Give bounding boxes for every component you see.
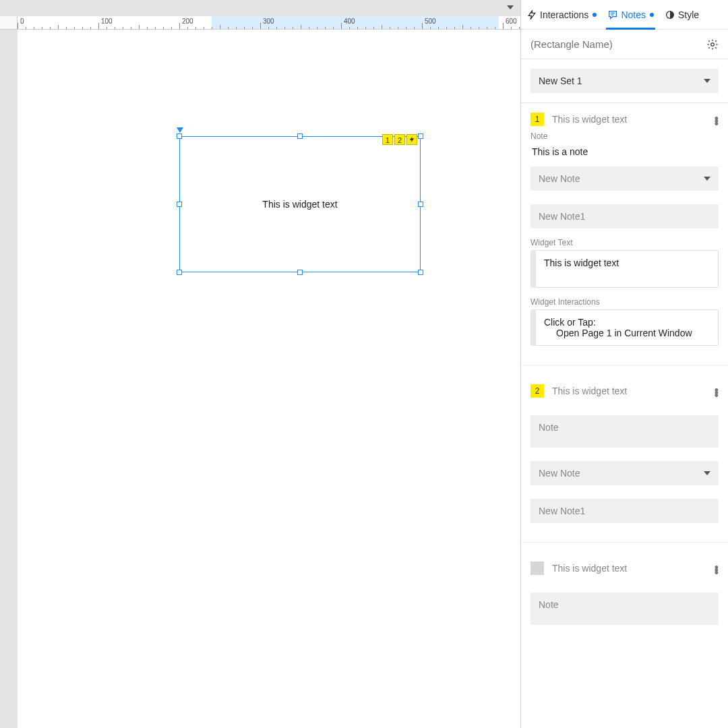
note-entry-more-button[interactable]: ••• <box>715 115 719 123</box>
resize-handle-nw[interactable] <box>177 133 182 139</box>
tab-indicator-dot <box>593 13 597 17</box>
note-number-badge <box>530 562 544 575</box>
toolbar-dropdown-arrow-icon[interactable] <box>507 5 514 9</box>
right-panel: Interactions Notes Style New Set 1 1 Th <box>520 0 728 728</box>
note-text[interactable]: This is a note <box>530 144 719 166</box>
widget-interactions-label: Widget Interactions <box>530 297 719 307</box>
lightning-icon <box>526 9 537 20</box>
interaction-line1: Click or Tap: <box>544 317 710 328</box>
new-note1-field[interactable]: New Note1 <box>530 204 719 229</box>
note-entry-more-button[interactable]: ••• <box>715 564 719 572</box>
resize-handle-e[interactable] <box>418 202 423 207</box>
note-set-selector[interactable]: New Set 1 <box>530 69 719 93</box>
ruler-horizontal[interactable]: 0100200300400500600 <box>0 16 520 30</box>
note-number-badge: 2 <box>530 384 544 398</box>
note-set-label: New Set 1 <box>539 75 582 86</box>
resize-handle-n[interactable] <box>297 133 303 139</box>
notes-icon <box>607 9 618 20</box>
chevron-down-icon <box>704 471 710 475</box>
tab-label: Notes <box>621 9 646 20</box>
tab-style[interactable]: Style <box>665 0 699 29</box>
note-entry-2: 2 This is widget text ••• Note New Note … <box>521 375 728 533</box>
selected-widget[interactable]: This is widget text 1 2 <box>179 136 421 272</box>
style-icon <box>665 9 675 20</box>
tab-interactions[interactable]: Interactions <box>526 0 597 29</box>
new-note-selector[interactable]: New Note <box>530 461 719 485</box>
tab-label: Interactions <box>540 9 588 20</box>
widget-text-value: This is widget text <box>544 257 619 268</box>
note-number-badge: 1 <box>530 113 544 126</box>
tab-notes[interactable]: Notes <box>607 0 654 29</box>
top-toolbar <box>0 0 520 16</box>
widget-interaction-badge[interactable] <box>406 134 417 145</box>
note-placeholder-field[interactable]: Note <box>530 415 719 448</box>
tab-label: Style <box>678 9 699 20</box>
chevron-down-icon <box>704 79 710 83</box>
note-placeholder-field[interactable]: Note <box>530 593 719 625</box>
note-entry-title: This is widget text <box>552 114 706 125</box>
widget-name-row <box>521 30 728 59</box>
note-entry-more-button[interactable]: ••• <box>715 387 719 395</box>
widget-note-badge-1[interactable]: 1 <box>382 134 393 145</box>
widget-badges: 1 2 <box>382 134 417 145</box>
panel-tabs: Interactions Notes Style <box>521 0 728 30</box>
new-note-label: New Note <box>539 468 580 479</box>
widget-note-badge-2[interactable]: 2 <box>394 134 405 145</box>
resize-handle-s[interactable] <box>297 270 303 275</box>
chevron-down-icon <box>704 177 710 181</box>
gear-icon[interactable] <box>706 38 719 51</box>
note-label: Note <box>530 131 719 141</box>
interaction-line2: Open Page 1 in Current Window <box>544 328 710 338</box>
resize-handle-w[interactable] <box>177 202 182 207</box>
tab-indicator-dot <box>650 13 654 17</box>
resize-handle-sw[interactable] <box>177 270 182 275</box>
note-entry-3: This is widget text ••• Note <box>521 552 728 634</box>
svg-point-3 <box>711 42 715 46</box>
widget-marker-icon <box>177 127 183 133</box>
new-note-selector[interactable]: New Note <box>530 166 719 191</box>
widget-text-field[interactable]: This is widget text <box>530 250 719 288</box>
ruler-corner <box>0 16 18 30</box>
lightning-icon <box>408 136 415 143</box>
note-entry-1: 1 This is widget text ••• Note This is a… <box>521 103 728 355</box>
ruler-vertical[interactable] <box>0 30 18 728</box>
widget-text: This is widget text <box>262 199 337 210</box>
note-entry-title: This is widget text <box>552 563 706 574</box>
widget-text-label: Widget Text <box>530 238 719 247</box>
new-note1-field[interactable]: New Note1 <box>530 499 719 523</box>
widget-name-input[interactable] <box>530 38 706 50</box>
resize-handle-ne[interactable] <box>418 133 423 139</box>
canvas[interactable]: This is widget text 1 2 <box>18 30 520 728</box>
widget-interactions-field[interactable]: Click or Tap: Open Page 1 in Current Win… <box>530 309 719 346</box>
resize-handle-se[interactable] <box>418 270 423 275</box>
new-note-label: New Note <box>539 173 580 184</box>
note-entry-title: This is widget text <box>552 386 706 396</box>
